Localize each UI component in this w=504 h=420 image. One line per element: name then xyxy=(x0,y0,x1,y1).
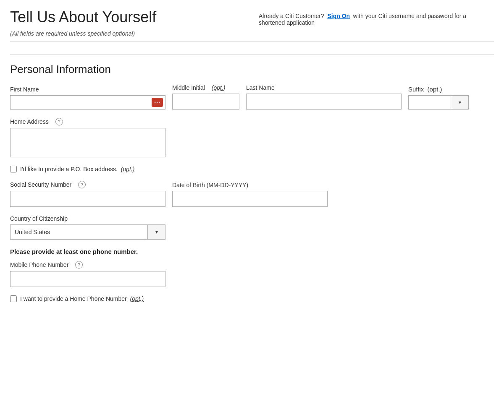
first-name-input-wrapper: ··· xyxy=(10,95,165,110)
citizenship-row: Country of Citizenship United States ▾ xyxy=(10,215,494,240)
ssn-input[interactable] xyxy=(10,191,165,207)
citizenship-dropdown-button[interactable]: ▾ xyxy=(147,225,165,239)
po-box-row: I'd like to provide a P.O. Box address. … xyxy=(10,166,494,172)
suffix-group: Suffix (opt.) ▾ xyxy=(408,86,469,110)
ssn-group: Social Security Number ? xyxy=(10,181,165,207)
home-phone-opt: (opt.) xyxy=(130,295,144,302)
suffix-select-wrapper: ▾ xyxy=(408,95,469,110)
ssn-label: Social Security Number ? xyxy=(10,181,165,188)
suffix-dropdown-button[interactable]: ▾ xyxy=(451,96,468,109)
po-box-opt: (opt.) xyxy=(121,166,135,172)
first-name-input[interactable] xyxy=(10,95,165,110)
home-phone-label: I want to provide a Home Phone Number (o… xyxy=(20,295,144,302)
dob-label: Date of Birth (MM-DD-YYYY) xyxy=(172,182,328,188)
suffix-input[interactable] xyxy=(409,96,451,109)
autofill-badge[interactable]: ··· xyxy=(152,98,163,107)
home-phone-checkbox[interactable] xyxy=(10,295,17,302)
phone-section-note: Please provide at least one phone number… xyxy=(10,248,494,255)
home-address-help-icon[interactable]: ? xyxy=(55,118,63,125)
citizenship-select-wrapper: United States ▾ xyxy=(10,224,165,240)
citizenship-label: Country of Citizenship xyxy=(10,215,165,222)
home-phone-row: I want to provide a Home Phone Number (o… xyxy=(10,295,494,302)
first-name-group: First Name ··· xyxy=(10,86,165,110)
home-address-input[interactable] xyxy=(10,128,165,157)
middle-initial-group: Middle Initial (opt.) xyxy=(172,84,239,110)
mobile-phone-help-icon[interactable]: ? xyxy=(75,261,83,269)
home-address-row: Home Address ? xyxy=(10,118,494,157)
autofill-dots-icon: ··· xyxy=(154,99,160,106)
home-address-label: Home Address ? xyxy=(10,118,165,125)
middle-initial-input[interactable] xyxy=(172,94,239,110)
page-header: Tell Us About Yourself (All fields are r… xyxy=(10,8,494,37)
personal-information-heading: Personal Information xyxy=(10,54,494,76)
mobile-phone-label: Mobile Phone Number ? xyxy=(10,261,165,269)
citizenship-group: Country of Citizenship United States ▾ xyxy=(10,215,165,240)
dob-group: Date of Birth (MM-DD-YYYY) xyxy=(172,182,328,207)
suffix-label: Suffix (opt.) xyxy=(408,86,469,93)
page-subtitle: (All fields are required unless specifie… xyxy=(10,30,156,37)
sign-on-link[interactable]: Sign On xyxy=(327,13,350,19)
suffix-opt: (opt.) xyxy=(428,86,442,93)
mobile-phone-input[interactable] xyxy=(10,271,165,287)
ssn-help-icon[interactable]: ? xyxy=(78,181,86,188)
middle-initial-opt: (opt.) xyxy=(212,84,226,91)
name-row: First Name ··· Middle Initial (opt.) Las… xyxy=(10,84,494,110)
chevron-down-icon: ▾ xyxy=(155,229,158,235)
po-box-label: I'd like to provide a P.O. Box address. … xyxy=(20,166,134,172)
ssn-dob-row: Social Security Number ? Date of Birth (… xyxy=(10,181,494,207)
last-name-input[interactable] xyxy=(246,94,402,110)
sign-on-prefix: Already a Citi Customer? xyxy=(259,13,324,19)
mobile-phone-row: Mobile Phone Number ? xyxy=(10,261,494,287)
dob-input[interactable] xyxy=(172,191,328,207)
page-title: Tell Us About Yourself xyxy=(10,8,156,26)
chevron-down-icon: ▾ xyxy=(459,99,461,105)
mobile-phone-group: Mobile Phone Number ? xyxy=(10,261,165,287)
po-box-checkbox[interactable] xyxy=(10,166,17,172)
header-left: Tell Us About Yourself (All fields are r… xyxy=(10,8,156,37)
last-name-label: Last Name xyxy=(246,84,402,91)
header-right: Already a Citi Customer? Sign On with yo… xyxy=(259,8,494,26)
home-address-group: Home Address ? xyxy=(10,118,165,157)
middle-initial-label: Middle Initial (opt.) xyxy=(172,84,239,91)
citizenship-value: United States xyxy=(10,225,147,239)
last-name-group: Last Name xyxy=(246,84,402,110)
first-name-label: First Name xyxy=(10,86,165,93)
section-divider xyxy=(10,41,494,42)
